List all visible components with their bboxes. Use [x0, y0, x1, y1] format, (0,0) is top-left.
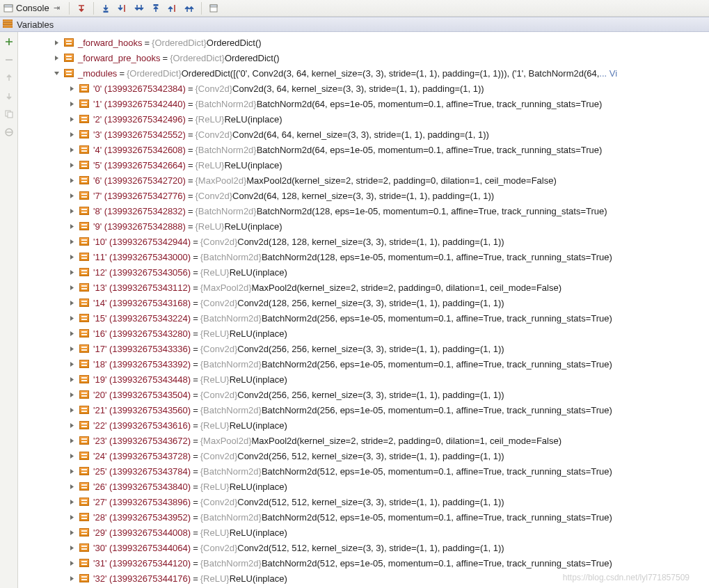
tree-row[interactable]: '29' (139932675344008)={ReLU} ReLU(inpla… [63, 525, 709, 540]
tree-row[interactable]: '31' (139932675344120)={BatchNorm2d} Bat… [63, 555, 709, 571]
variable-name: '28' (139932675343952) [93, 512, 191, 523]
expand-arrow-icon[interactable] [67, 558, 77, 568]
tree-row[interactable]: '16' (139932675343280)={ReLU} ReLU(inpla… [63, 326, 709, 341]
expand-arrow-icon[interactable] [67, 451, 77, 461]
tree-row[interactable]: '26' (139932675343840)={ReLU} ReLU(inpla… [63, 479, 709, 494]
variable-icon [79, 482, 89, 491]
show-watches-button[interactable] [2, 125, 16, 139]
move-down-button[interactable] [2, 89, 16, 103]
new-watch-button[interactable] [2, 35, 16, 49]
tree-row[interactable]: '2' (139932675342496)={ReLU} ReLU(inplac… [63, 111, 709, 127]
variables-panel-header[interactable]: Variables [0, 17, 709, 32]
expand-arrow-icon[interactable] [67, 283, 77, 292]
expand-arrow-icon[interactable] [67, 206, 77, 216]
expand-arrow-icon[interactable] [67, 512, 77, 522]
force-step-into-button[interactable] [132, 1, 147, 15]
expand-arrow-icon[interactable] [67, 313, 77, 323]
evaluate-expression-button[interactable] [182, 1, 197, 15]
expand-arrow-icon[interactable] [67, 298, 77, 308]
expand-arrow-icon[interactable] [67, 252, 77, 262]
expand-arrow-icon[interactable] [67, 175, 77, 185]
tree-row[interactable]: '22' (139932675343616)={ReLU} ReLU(inpla… [63, 418, 709, 433]
variable-type: {Conv2d} [196, 191, 233, 201]
console-tab[interactable]: Console ⇥ [1, 1, 65, 16]
tree-row[interactable]: '28' (139932675343952)={BatchNorm2d} Bat… [63, 509, 709, 525]
expand-arrow-icon[interactable] [67, 191, 77, 200]
view-link[interactable]: ... Vi [599, 68, 617, 79]
tree-row[interactable]: '1' (139932675342440)={BatchNorm2d} Batc… [63, 96, 709, 111]
variable-name: '19' (139932675343448) [93, 374, 191, 385]
tree-row[interactable]: '11' (139932675343000)={BatchNorm2d} Bat… [63, 249, 709, 264]
expand-arrow-icon[interactable] [67, 221, 77, 231]
tree-row[interactable]: '15' (139932675343224)={BatchNorm2d} Bat… [63, 310, 709, 326]
collapse-arrow-icon[interactable] [51, 68, 61, 78]
tree-row[interactable]: '21' (139932675343560)={BatchNorm2d} Bat… [63, 402, 709, 418]
tree-row[interactable]: '9' (139932675342888)={ReLU} ReLU(inplac… [63, 218, 709, 234]
expand-arrow-icon[interactable] [67, 145, 77, 154]
expand-arrow-icon[interactable] [67, 573, 77, 583]
tree-row[interactable]: '0' (139932675342384)={Conv2d} Conv2d(3,… [63, 81, 709, 96]
tree-row[interactable]: '12' (139932675343056)={ReLU} ReLU(inpla… [63, 264, 709, 280]
expand-arrow-icon[interactable] [67, 390, 77, 399]
expand-arrow-icon[interactable] [67, 466, 77, 476]
expand-arrow-icon[interactable] [67, 482, 77, 491]
tree-row[interactable]: '18' (139932675343392)={BatchNorm2d} Bat… [63, 356, 709, 372]
variable-icon [79, 513, 89, 521]
expand-arrow-icon[interactable] [67, 99, 77, 109]
variable-type: {ReLU} [200, 482, 230, 492]
expand-arrow-icon[interactable] [51, 38, 61, 47]
expand-arrow-icon[interactable] [67, 405, 77, 415]
tree-row[interactable]: '24' (139932675343728)={Conv2d} Conv2d(2… [63, 448, 709, 463]
tree-row[interactable]: '7' (139932675342776)={Conv2d} Conv2d(64… [63, 188, 709, 203]
expand-arrow-icon[interactable] [67, 328, 77, 338]
variables-tree[interactable]: _forward_hooks={OrderedDict} OrderedDict… [18, 32, 709, 588]
expand-arrow-icon[interactable] [67, 129, 77, 139]
expand-arrow-icon[interactable] [51, 53, 61, 63]
tree-row[interactable]: '4' (139932675342608)={BatchNorm2d} Batc… [63, 142, 709, 157]
expand-arrow-icon[interactable] [67, 84, 77, 93]
tree-row[interactable]: '25' (139932675343784)={BatchNorm2d} Bat… [63, 463, 709, 479]
tree-row[interactable]: '13' (139932675343112)={MaxPool2d} MaxPo… [63, 280, 709, 295]
view-breakpoints-button[interactable] [206, 1, 221, 15]
tree-row[interactable]: _forward_hooks={OrderedDict} OrderedDict… [47, 35, 709, 50]
variable-icon [79, 115, 89, 123]
expand-arrow-icon[interactable] [67, 160, 77, 170]
tree-row[interactable]: '23' (139932675343672)={MaxPool2d} MaxPo… [63, 433, 709, 448]
copy-button[interactable] [2, 107, 16, 121]
tree-row[interactable]: '30' (139932675344064)={Conv2d} Conv2d(5… [63, 540, 709, 555]
tree-row[interactable]: '27' (139932675343896)={Conv2d} Conv2d(5… [63, 494, 709, 509]
tree-row[interactable]: '14' (139932675343168)={Conv2d} Conv2d(1… [63, 295, 709, 310]
tree-row[interactable]: '5' (139932675342664)={ReLU} ReLU(inplac… [63, 157, 709, 173]
step-out-button[interactable] [148, 1, 164, 15]
variable-icon [79, 436, 89, 445]
tree-row[interactable]: _forward_pre_hooks={OrderedDict} Ordered… [47, 50, 709, 65]
variable-type: {BatchNorm2d} [196, 145, 257, 155]
expand-arrow-icon[interactable] [67, 497, 77, 507]
expand-arrow-icon[interactable] [67, 527, 77, 537]
move-up-button[interactable] [2, 71, 16, 85]
run-to-cursor-button[interactable] [165, 1, 180, 15]
expand-arrow-icon[interactable] [67, 344, 77, 353]
tree-row[interactable]: '6' (139932675342720)={MaxPool2d} MaxPoo… [63, 173, 709, 188]
tree-row[interactable]: '20' (139932675343504)={Conv2d} Conv2d(2… [63, 387, 709, 402]
tree-row[interactable]: '19' (139932675343448)={ReLU} ReLU(inpla… [63, 372, 709, 387]
tree-row[interactable]: '3' (139932675342552)={Conv2d} Conv2d(64… [63, 127, 709, 142]
expand-arrow-icon[interactable] [67, 374, 77, 384]
remove-watch-button[interactable] [2, 53, 16, 67]
tree-row[interactable]: _modules={OrderedDict} OrderedDict([('0'… [47, 65, 709, 81]
tree-row[interactable]: '17' (139932675343336)={Conv2d} Conv2d(2… [63, 341, 709, 356]
expand-arrow-icon[interactable] [67, 267, 77, 277]
expand-arrow-icon[interactable] [67, 359, 77, 369]
expand-arrow-icon[interactable] [67, 420, 77, 430]
step-into-my-code-button[interactable] [115, 1, 130, 15]
variable-icon [79, 222, 89, 230]
step-return-button[interactable] [74, 1, 89, 15]
expand-arrow-icon[interactable] [67, 114, 77, 124]
expand-arrow-icon[interactable] [67, 237, 77, 246]
step-into-button[interactable] [98, 1, 113, 15]
tree-row[interactable]: '10' (139932675342944)={Conv2d} Conv2d(1… [63, 234, 709, 249]
expand-arrow-icon[interactable] [67, 436, 77, 445]
tree-row[interactable]: '8' (139932675342832)={BatchNorm2d} Batc… [63, 203, 709, 218]
variable-value: Conv2d(64, 128, kernel_size=(3, 3), stri… [232, 191, 494, 201]
expand-arrow-icon[interactable] [67, 543, 77, 553]
